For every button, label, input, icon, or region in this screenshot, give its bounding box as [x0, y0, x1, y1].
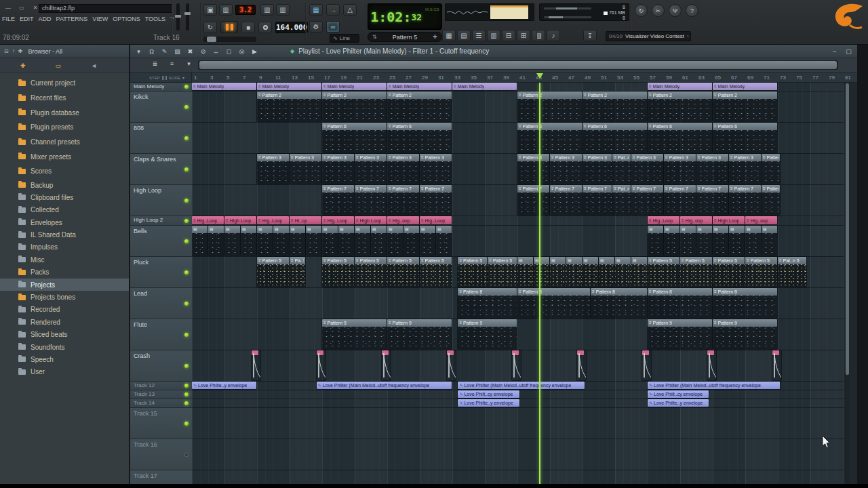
- add-to-browser-icon[interactable]: ✚: [18, 48, 23, 54]
- clip-icon[interactable]: ▤: [664, 226, 679, 256]
- paint-tool-button[interactable]: ▨: [173, 48, 182, 55]
- clip-crash[interactable]: [317, 350, 326, 380]
- clip-pattern-2[interactable]: ≡Pattern 2: [713, 92, 777, 121]
- zoom-tool-button[interactable]: ◎: [237, 48, 246, 55]
- clip-pattern-6[interactable]: ≡Pattern 6: [322, 123, 387, 152]
- clip-pattern-7[interactable]: ≡Pattern 7: [517, 185, 549, 215]
- microphone-button[interactable]: Ψ: [669, 4, 682, 17]
- browser-item-plugin-presets[interactable]: Plugin presets: [0, 120, 129, 135]
- clip-pattern-3[interactable]: ≡Pattern 3: [257, 154, 289, 184]
- playlist-titlebar[interactable]: ▾Ω✎▨✖⊘↔◻◎▶ ◆ Playlist - Love Philter (Ma…: [130, 45, 857, 58]
- clip-pattern-3[interactable]: ≡Pattern 3: [696, 154, 728, 184]
- browser-item-sliced-beats[interactable]: Sliced beats: [0, 329, 129, 341]
- clip-hig-oop[interactable]: ≡Hig..oop: [387, 216, 419, 224]
- zoom-menu-button[interactable]: ▾: [184, 60, 193, 67]
- track-mute-dot[interactable]: [184, 484, 189, 485]
- magnet-snap-button[interactable]: Ω: [147, 48, 156, 55]
- shuffle-slider[interactable]: [203, 37, 256, 42]
- clip-icon[interactable]: ▤: [338, 226, 354, 256]
- cpu-meter-icon[interactable]: ▥: [219, 4, 233, 16]
- clip-icon[interactable]: ▤: [566, 257, 582, 287]
- clip-icon[interactable]: ▤: [290, 226, 305, 256]
- browser-item-projects-bones[interactable]: Projects bones: [0, 291, 129, 303]
- vertical-scrollbar-thumb[interactable]: [846, 83, 849, 375]
- track-header-808[interactable]: 808: [130, 123, 192, 154]
- oscilloscope[interactable]: [445, 3, 534, 21]
- clip-pattern-7[interactable]: ≡Pattern 7: [420, 185, 452, 215]
- clip-icon[interactable]: ▤: [371, 226, 387, 256]
- browser-item-scores[interactable]: Scores: [0, 164, 129, 179]
- clip-pattern-3[interactable]: ≡Pattern 3: [387, 154, 419, 184]
- typing-keyboard-icon[interactable]: ▦: [309, 4, 323, 16]
- clip-icon[interactable]: ▤: [680, 226, 696, 256]
- clip-pattern-7[interactable]: ≡Pattern 7: [664, 185, 696, 215]
- clip-icon[interactable]: ▤: [436, 226, 452, 256]
- menu-add[interactable]: ADD: [39, 16, 52, 22]
- clip-pattern-3[interactable]: ≡Pattern 3: [664, 154, 696, 184]
- piano-roll-panel-button[interactable]: ▤: [457, 30, 471, 41]
- track-mute-dot[interactable]: [184, 219, 189, 223]
- clip-pattern-6[interactable]: ≡Pattern 6: [713, 123, 777, 152]
- track-mute-dot[interactable]: [184, 401, 189, 405]
- clip-pattern-5[interactable]: ≡Pattern 5: [355, 257, 387, 287]
- clip-icon[interactable]: ▤: [306, 226, 321, 256]
- clip-icon[interactable]: ▤: [208, 226, 224, 256]
- browser-item-user[interactable]: User: [0, 366, 129, 378]
- clip-pattern-8[interactable]: ≡Pattern 8: [517, 288, 590, 318]
- clip-love-philte-y-envelope[interactable]: ∿Love Philte..y envelope: [458, 399, 519, 407]
- clip-pattern-8[interactable]: ≡Pattern 8: [458, 288, 517, 318]
- track-mute-dot[interactable]: [184, 422, 189, 426]
- browser-item-mixer-presets[interactable]: Mixer presets: [0, 149, 129, 164]
- track-mute-dot[interactable]: [184, 239, 189, 243]
- pencil-tool-button[interactable]: ✎: [160, 48, 169, 55]
- master-volume-slider[interactable]: [186, 3, 189, 30]
- audition-speaker-icon[interactable]: ◄: [91, 62, 97, 69]
- clip-high-loop[interactable]: ≡High Loop: [224, 216, 256, 224]
- clip-pattern-9[interactable]: ≡Pattern 9: [387, 319, 452, 349]
- menu-edit[interactable]: EDIT: [20, 16, 34, 22]
- clip-icon[interactable]: ▤: [192, 226, 208, 256]
- minimize-window-icon[interactable]: —: [4, 4, 12, 12]
- clip-high-loop[interactable]: ≡High Loop: [713, 216, 745, 224]
- clip-crash[interactable]: [512, 350, 521, 380]
- browser-item-recent-files[interactable]: Recent files: [0, 91, 129, 106]
- refresh-button[interactable]: ↻: [635, 4, 648, 17]
- touch-controller-button[interactable]: ▧: [532, 30, 545, 41]
- clip-pattern-2[interactable]: ≡Pattern 2: [387, 92, 452, 121]
- contest-banner[interactable]: 04/10 Visualizer Video Contest ›: [606, 31, 691, 41]
- disk-activity-icon[interactable]: ▥: [276, 4, 290, 16]
- clip-crash[interactable]: [707, 350, 716, 380]
- clip-hig-loop[interactable]: ≡Hig..Loop: [322, 216, 354, 224]
- track-header-main-melody[interactable]: Main Melody: [130, 83, 192, 92]
- ruler-numbers[interactable]: 1357911131517192123252729313335373941434…: [192, 73, 857, 83]
- track-mute-dot[interactable]: [184, 270, 189, 274]
- track-mute-dot[interactable]: [184, 167, 189, 171]
- clip-pattern-7[interactable]: ≡Pattern 7: [696, 185, 728, 215]
- clip-pattern-5[interactable]: ≡Pattern 5: [680, 257, 712, 287]
- midi-activity-icon[interactable]: ▥: [260, 4, 274, 16]
- clip-pattern-3[interactable]: ≡Pattern 3: [762, 154, 780, 184]
- clip-pattern-3[interactable]: ≡Pattern 3: [583, 154, 612, 184]
- track-mute-dot[interactable]: [184, 199, 189, 203]
- play-button[interactable]: [220, 21, 238, 33]
- clip-main-melody[interactable]: ≡Main Melody: [452, 83, 517, 90]
- visualizer-panel-icon[interactable]: ▣: [203, 4, 217, 16]
- library-folder-icon[interactable]: ▭: [56, 62, 62, 69]
- clip-pattern-5[interactable]: ≡Pattern 5: [713, 257, 745, 287]
- menu-patterns[interactable]: PATTERNS: [56, 16, 88, 22]
- delete-tool-button[interactable]: ✖: [186, 48, 195, 55]
- browser-item-il-shared-data[interactable]: IL Shared Data: [0, 228, 129, 241]
- browser-item-plugin-database[interactable]: Plugin database: [0, 105, 129, 120]
- clip-icon[interactable]: ▤: [762, 226, 777, 256]
- slide-dropdown-icon[interactable]: ▾: [182, 75, 184, 80]
- clip-icon[interactable]: ▤: [599, 257, 614, 287]
- vertical-scrollbar[interactable]: [845, 83, 850, 484]
- menu-tools[interactable]: TOOLS: [145, 16, 165, 22]
- browser-item-recorded[interactable]: Recorded: [0, 304, 129, 316]
- clip-icon[interactable]: ▤: [257, 226, 273, 256]
- browser-item-rendered[interactable]: Rendered: [0, 316, 129, 328]
- clip-icon[interactable]: ▤: [583, 257, 598, 287]
- clip-pattern-7[interactable]: ≡Pattern 7: [729, 185, 761, 215]
- menu-view[interactable]: VIEW: [92, 16, 108, 22]
- clip-pattern-5[interactable]: ≡Pattern 5: [488, 257, 517, 287]
